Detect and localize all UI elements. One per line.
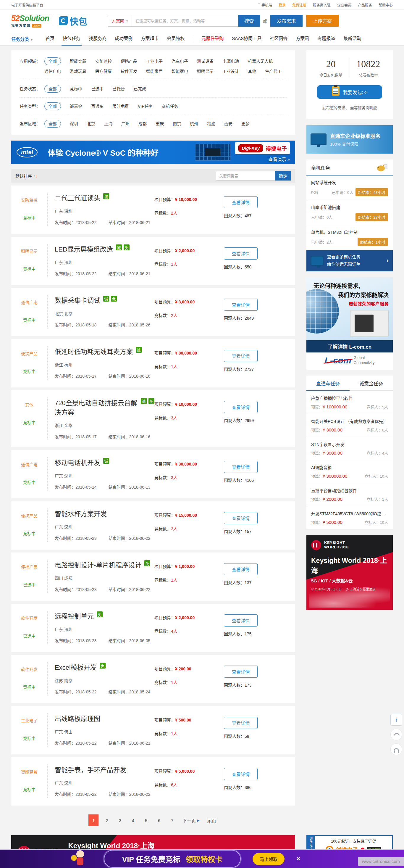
task-title[interactable]: LED显示屏模组改造: [55, 244, 113, 253]
tab-直通车任务[interactable]: 直通车任务: [306, 376, 349, 391]
topbar-link-服务商入驻[interactable]: 服务商入驻: [313, 2, 331, 7]
publish-task-button[interactable]: 我要发包>>: [317, 85, 382, 99]
filter-all-chip[interactable]: 全部: [44, 120, 61, 128]
ttc-task-item[interactable]: 智能开关PCB设计 （有成熟方案者优先）预算：¥ 3000.00竞标人：6人: [306, 414, 393, 437]
filter-option-其他[interactable]: 其他: [248, 67, 256, 75]
task-title[interactable]: 移动电话机开发: [55, 457, 100, 467]
filter-option-机器人无人机[interactable]: 机器人无人机: [248, 57, 273, 65]
filter-option-工业电子[interactable]: 工业电子: [146, 57, 163, 65]
business-task-title[interactable]: 网站系统开发: [311, 179, 388, 185]
filter-option-工业设计[interactable]: 工业设计: [223, 67, 239, 75]
filter-option-竞标中[interactable]: 竞标中: [70, 85, 82, 93]
intel-ad-banner[interactable]: intel 体验 Cyclone® V SoC 的种种好 Digi-Key 得捷…: [11, 141, 295, 164]
view-detail-button[interactable]: 查看详情: [224, 299, 258, 311]
business-task-title[interactable]: 山寨币矿池搭建: [311, 204, 388, 210]
nav-item-找服务商[interactable]: 找服务商: [89, 32, 106, 45]
view-detail-button[interactable]: 查看详情: [224, 563, 258, 575]
nav-item-专题报道[interactable]: 专题报道: [317, 32, 335, 45]
keysight-side-ad[interactable]: KEYSIGHTWORLD2018 Keysight World 2018·上海…: [306, 535, 393, 610]
page-2[interactable]: 2: [103, 814, 111, 826]
task-row[interactable]: 便携产品已选中电路控制设计-单片机程序设计免四川 成都发布时间：2018-05-…: [11, 553, 295, 601]
filter-option-通信广电[interactable]: 通信广电: [44, 67, 61, 75]
nav-item-方案超市[interactable]: 方案超市: [141, 32, 159, 45]
publish-demand-button[interactable]: 发布需求: [270, 15, 303, 27]
view-detail-button[interactable]: 查看详情: [224, 665, 258, 678]
task-row[interactable]: 工业电子竞标中出线路板原理图广东 佛山发布时间：2018-05-22结束时间：2…: [11, 706, 295, 754]
lcom-ad[interactable]: 无论何种连接需求, 我们的方案都能解决 屡获殊荣的客户服务 了解详情 L-com…: [306, 277, 393, 370]
filter-option-测试设备[interactable]: 测试设备: [197, 57, 213, 65]
topbar-link-帮助中心[interactable]: 帮助中心: [378, 2, 393, 7]
ttc-task-item[interactable]: 应急广播播控平台软件预算：¥ 100000.00竞标人：5人: [306, 391, 393, 414]
mobile-app-link[interactable]: 手机端: [258, 2, 272, 7]
filter-option-VIP任务[interactable]: VIP任务: [138, 102, 153, 110]
filter-option-已托管[interactable]: 已托管: [112, 85, 125, 93]
keyword-search-input[interactable]: [216, 171, 275, 181]
task-category-menu[interactable]: 任务分类 ▼: [11, 36, 33, 42]
upload-solution-button[interactable]: 上传方案: [306, 15, 339, 27]
search-category-dropdown[interactable]: 方案网 ∨: [108, 15, 132, 26]
task-title[interactable]: 低延时低功耗无线耳麦方案: [55, 346, 133, 356]
phone-contact-button[interactable]: [391, 728, 402, 740]
filter-all-chip[interactable]: 全部: [44, 57, 61, 65]
ttc-service-ad[interactable]: 直通车企业级标准服务 100% 交付保障: [306, 125, 393, 154]
filter-option-北京[interactable]: 北京: [87, 120, 95, 128]
topbar-link-产品服务[interactable]: 产品服务: [358, 2, 372, 7]
default-sort-control[interactable]: 默认排序 ↑↓: [15, 173, 37, 179]
nav-item-会员特权[interactable]: 会员特权: [167, 32, 184, 45]
tab-诚意金任务[interactable]: 诚意金任务: [349, 376, 393, 391]
ttc-task-item[interactable]: 开发STM32F405VGT6+W5500的IO控...预算：¥ 5000.00…: [306, 506, 393, 529]
filter-option-杭州[interactable]: 杭州: [190, 120, 198, 128]
ttc-task-title[interactable]: 直播平台自动抢红包软件: [311, 488, 388, 493]
search-input[interactable]: [132, 15, 238, 26]
more-business-tasks-banner[interactable]: 查看更多商机任务 给你创造无限订单 ›: [306, 250, 393, 271]
ttc-task-item[interactable]: STN字段显示开发预算：¥ 3000.00竞标人：4人: [306, 437, 393, 460]
task-title[interactable]: 电路控制设计-单片机程序设计: [55, 560, 141, 569]
filter-option-直通车[interactable]: 直通车: [91, 102, 103, 110]
task-row[interactable]: 其他竞标中720全景电动自动拼接云台解决方案诚免浙江 金华发布时间：2018-0…: [11, 390, 295, 447]
filter-option-已选中[interactable]: 已选中: [91, 85, 103, 93]
filter-option-照明显示[interactable]: 照明显示: [197, 67, 213, 75]
filter-option-游戏玩具[interactable]: 游戏玩具: [70, 67, 87, 75]
last-page-button[interactable]: 尾页: [206, 814, 218, 826]
task-row[interactable]: 软件开发竞标中Excel模板开发免江苏 南京发布时间：2018-05-22结束时…: [11, 655, 295, 703]
filter-option-西安[interactable]: 西安: [224, 120, 232, 128]
page-6[interactable]: 6: [155, 814, 164, 826]
filter-all-chip[interactable]: 全部: [44, 102, 61, 110]
task-row[interactable]: 便携产品竞标中低延时低功耗无线耳麦方案诚浙江 杭州发布时间：2018-05-17…: [11, 339, 295, 388]
page-3[interactable]: 3: [115, 814, 125, 826]
ttc-task-title[interactable]: 应急广播播控平台软件: [311, 395, 388, 401]
view-detail-button[interactable]: 查看详情: [224, 350, 258, 362]
task-title[interactable]: 数据采集卡调试: [55, 295, 100, 305]
topbar-link-免费注册[interactable]: 免费注册: [292, 2, 306, 7]
filter-option-重庆[interactable]: 重庆: [156, 120, 164, 128]
filter-option-智能穿戴[interactable]: 智能穿戴: [70, 57, 87, 65]
nav-item-首页[interactable]: 首页: [45, 32, 55, 45]
filter-option-福建[interactable]: 福建: [207, 120, 215, 128]
task-row[interactable]: 便携产品竞标中智能水杯方案开发广东 深圳发布时间：2018-05-23结束时间：…: [11, 501, 295, 550]
nav-item-SAAS协同工具[interactable]: SAAS协同工具: [232, 32, 262, 45]
page-4[interactable]: 4: [129, 814, 137, 826]
view-detail-button[interactable]: 查看详情: [224, 512, 258, 524]
filter-option-南京[interactable]: 南京: [173, 120, 181, 128]
kuaibao-logo[interactable]: 快包: [59, 14, 87, 27]
page-1[interactable]: 1: [89, 814, 99, 826]
filter-all-chip[interactable]: 全部: [44, 85, 61, 93]
filter-option-深圳[interactable]: 深圳: [70, 120, 78, 128]
ttc-task-title[interactable]: 智能开关PCB设计 （有成熟方案者优先）: [311, 418, 388, 424]
filter-option-安防监控[interactable]: 安防监控: [95, 57, 112, 65]
task-row[interactable]: 通信广电竞标中数据采集卡调试诚免北京 北京发布时间：2018-05-18结束时间…: [11, 288, 295, 336]
view-detail-button[interactable]: 查看详情: [224, 717, 258, 729]
task-title[interactable]: 智能手表，手环产品开发: [55, 765, 126, 774]
nav-item-方案讯[interactable]: 方案讯: [296, 32, 309, 45]
filter-option-诚意金[interactable]: 诚意金: [70, 102, 82, 110]
filter-option-智能家居[interactable]: 智能家居: [146, 67, 163, 75]
site-logo[interactable]: 52Solution 我爱方案网 .com: [11, 14, 49, 28]
search-button[interactable]: 搜索: [238, 15, 260, 27]
filter-option-限时免费[interactable]: 限时免费: [112, 102, 129, 110]
nav-item-最新活动[interactable]: 最新活动: [343, 32, 361, 45]
view-detail-button[interactable]: 查看详情: [224, 614, 258, 626]
task-title[interactable]: 远程控制单元: [55, 611, 94, 620]
view-detail-button[interactable]: 查看详情: [224, 768, 258, 780]
ttc-task-title[interactable]: STN字段显示开发: [311, 441, 388, 447]
filter-option-已完成[interactable]: 已完成: [134, 85, 146, 93]
